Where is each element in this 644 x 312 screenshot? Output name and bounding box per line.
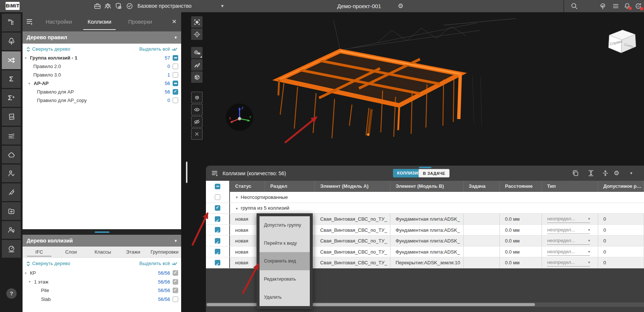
collapse-group-icon[interactable]: ▴ bbox=[236, 206, 238, 210]
charts-tool[interactable] bbox=[2, 127, 21, 145]
tree-item-checkbox[interactable] bbox=[173, 270, 178, 276]
select-all-link[interactable]: Выделить всё bbox=[139, 261, 177, 266]
rule-item[interactable]: Правило для АР_copy 0 bbox=[23, 96, 181, 105]
check-circle-icon[interactable] bbox=[126, 2, 133, 10]
select-all-rows-checkbox[interactable] bbox=[215, 184, 220, 189]
structure-tree-tool[interactable] bbox=[2, 14, 21, 31]
tree-item-checkbox[interactable] bbox=[173, 288, 178, 293]
type-dropdown[interactable]: неопредел...▾ bbox=[547, 226, 590, 234]
group-row-collision-group[interactable]: ▴группа из 5 коллизий bbox=[206, 203, 644, 214]
menu-item-delete[interactable]: Удалить bbox=[260, 288, 310, 306]
row-checkbox[interactable] bbox=[215, 227, 220, 233]
project-settings-gear-icon[interactable]: ⚙ bbox=[398, 0, 403, 12]
tab-groupings[interactable]: Группировки bbox=[149, 247, 180, 258]
tab-checks[interactable]: Проверки bbox=[125, 12, 155, 31]
table-menu-icon[interactable] bbox=[211, 170, 219, 176]
duplicate-icon[interactable] bbox=[572, 169, 579, 177]
type-dropdown[interactable]: неопредел...▾ bbox=[547, 215, 590, 223]
navigation-cube[interactable]: Справа Снизу bbox=[605, 26, 640, 58]
menu-item-allow-group[interactable]: Допустить группу bbox=[260, 216, 310, 234]
expand-arrow-icon[interactable] bbox=[25, 56, 30, 60]
type-dropdown[interactable]: неопредел...▾ bbox=[547, 237, 590, 245]
row-checkbox[interactable] bbox=[215, 238, 220, 244]
tree-item-checkbox[interactable] bbox=[173, 98, 178, 103]
cell-allowed-distance[interactable]: 0 bbox=[598, 235, 644, 246]
table-settings-gear-icon[interactable]: ⚙ bbox=[614, 169, 621, 177]
expand-arrow-icon[interactable] bbox=[25, 271, 30, 275]
rule-group-item[interactable]: АР-АР 56 bbox=[23, 79, 181, 88]
cell-allowed-distance[interactable]: 0 bbox=[598, 225, 644, 235]
team-icon[interactable] bbox=[104, 2, 112, 10]
row-checkbox[interactable] bbox=[215, 260, 220, 265]
rule-item[interactable]: Правило для АР 56 bbox=[23, 88, 181, 96]
rule-item[interactable]: Правило 2.0 0 bbox=[23, 62, 181, 71]
axis-gizmo[interactable]: Z X Y bbox=[226, 103, 254, 131]
collapse-panel-chevron-icon[interactable]: ▾ bbox=[627, 169, 635, 177]
cell-allowed-distance[interactable]: 0 bbox=[598, 257, 644, 268]
projects-icon[interactable] bbox=[94, 2, 101, 10]
approvals-tool[interactable] bbox=[2, 165, 21, 182]
fit-row-height-icon[interactable] bbox=[587, 169, 595, 177]
search-icon[interactable] bbox=[570, 2, 578, 10]
expand-arrow-icon[interactable] bbox=[29, 280, 34, 284]
model-tree-tool[interactable] bbox=[2, 33, 21, 50]
column-section[interactable]: Раздел bbox=[265, 181, 315, 192]
collapse-tree-link[interactable]: Свернуть дерево bbox=[26, 261, 70, 266]
history-icon[interactable]: 10 bbox=[634, 2, 642, 10]
measure-button[interactable] bbox=[191, 47, 203, 58]
2d-view-tool[interactable]: 2D bbox=[2, 108, 21, 126]
column-allowed-distance[interactable]: Допустимое расст bbox=[598, 181, 644, 192]
select-all-link[interactable]: Выделить всё bbox=[139, 47, 177, 52]
zoom-fit-button[interactable] bbox=[191, 16, 203, 28]
rule-group-item[interactable]: Группа коллизий - 1 57 bbox=[23, 54, 181, 62]
tree-item-checkbox[interactable] bbox=[173, 296, 178, 302]
workspace-caret-icon[interactable]: ▼ bbox=[220, 0, 224, 12]
element-node[interactable]: Pile 56/56 bbox=[23, 286, 181, 295]
tree-item-checkbox[interactable] bbox=[173, 81, 178, 86]
column-element-b[interactable]: Элемент (Модель B) bbox=[390, 181, 464, 192]
tab-classes[interactable]: Классы bbox=[91, 247, 114, 258]
sum-add-tool[interactable]: Σ+ bbox=[2, 89, 21, 107]
rules-tree-header[interactable]: Дерево правил ▾ bbox=[23, 31, 181, 44]
floor-node[interactable]: 1 этаж 56/56 bbox=[23, 278, 181, 286]
plugins-tool[interactable] bbox=[2, 146, 21, 163]
model-node[interactable]: КР 56/56 bbox=[23, 269, 181, 278]
tree-item-checkbox[interactable] bbox=[173, 55, 178, 61]
app-logo[interactable]: BiMiT bbox=[6, 2, 20, 10]
hide-button[interactable] bbox=[191, 116, 203, 128]
tree-item-checkbox[interactable] bbox=[173, 279, 178, 285]
menu-item-edit[interactable]: Редактировать bbox=[260, 270, 310, 288]
collapse-tree-link[interactable]: Свернуть дерево bbox=[26, 47, 70, 52]
section-box-button[interactable] bbox=[191, 71, 203, 83]
cell-allowed-distance[interactable]: 0 bbox=[598, 247, 644, 257]
element-node[interactable]: Slab 56/56 bbox=[23, 295, 181, 304]
site-staff-tool[interactable] bbox=[2, 221, 21, 239]
panel-resize-handle[interactable] bbox=[95, 231, 109, 233]
show-button[interactable] bbox=[191, 104, 203, 115]
scrollbar-thumb[interactable] bbox=[207, 303, 535, 306]
tab-collisions[interactable]: Коллизии bbox=[85, 12, 113, 31]
row-checkbox[interactable] bbox=[215, 216, 220, 222]
panel-scrollbar[interactable] bbox=[186, 162, 187, 183]
construction-tool[interactable] bbox=[2, 183, 21, 201]
column-element-a[interactable]: Элемент (Модель А) bbox=[315, 181, 390, 192]
cell-allowed-distance[interactable]: 0 bbox=[598, 214, 644, 224]
tab-layers[interactable]: Слои bbox=[61, 247, 81, 258]
collapse-rows-icon[interactable] bbox=[601, 169, 609, 177]
model-tree-icon[interactable] bbox=[599, 2, 607, 10]
tree-item-checkbox[interactable] bbox=[173, 89, 178, 95]
tab-floors[interactable]: Этажи bbox=[122, 247, 144, 258]
export-folder-tool[interactable] bbox=[2, 202, 21, 220]
expand-arrow-icon[interactable] bbox=[28, 82, 34, 85]
menu-item-go-to-view[interactable]: Перейти к виду bbox=[260, 234, 310, 252]
type-dropdown[interactable]: неопредел...▾ bbox=[547, 258, 590, 267]
in-task-toggle-button[interactable]: В ЗАДАЧЕ bbox=[418, 169, 450, 177]
group-row-unsorted[interactable]: ▾Неотсортированные bbox=[206, 192, 644, 203]
column-distance[interactable]: Расстояние bbox=[500, 181, 542, 192]
column-type[interactable]: Тип bbox=[542, 181, 598, 192]
collapse-section-icon[interactable]: ▾ bbox=[174, 235, 177, 247]
collapse-group-icon[interactable]: ▾ bbox=[236, 195, 238, 199]
help-button[interactable]: ? bbox=[6, 288, 17, 299]
panel-menu-icon[interactable] bbox=[26, 18, 34, 25]
collisions-tool[interactable] bbox=[2, 51, 21, 69]
